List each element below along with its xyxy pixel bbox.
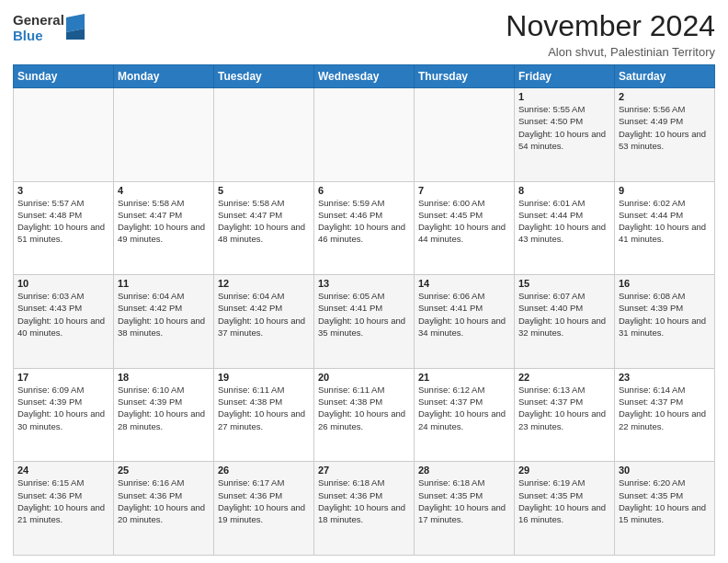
title-section: November 2024 Alon shvut, Palestinian Te… — [506, 9, 715, 59]
table-row — [14, 88, 114, 182]
day-number: 1 — [518, 91, 610, 102]
table-row: 6Sunrise: 5:59 AM Sunset: 4:46 PM Daylig… — [314, 181, 415, 275]
table-row: 25Sunrise: 6:16 AM Sunset: 4:36 PM Dayli… — [114, 462, 214, 556]
day-info: Sunrise: 5:56 AM Sunset: 4:49 PM Dayligh… — [619, 103, 711, 152]
table-row: 11Sunrise: 6:04 AM Sunset: 4:42 PM Dayli… — [114, 275, 214, 369]
day-info: Sunrise: 5:57 AM Sunset: 4:48 PM Dayligh… — [17, 197, 109, 246]
logo-general: General — [13, 13, 64, 29]
header-thursday: Thursday — [415, 65, 515, 88]
calendar: Sunday Monday Tuesday Wednesday Thursday… — [13, 64, 715, 556]
table-row: 21Sunrise: 6:12 AM Sunset: 4:37 PM Dayli… — [415, 368, 515, 462]
day-number: 9 — [619, 185, 711, 196]
day-info: Sunrise: 6:14 AM Sunset: 4:37 PM Dayligh… — [619, 384, 711, 432]
day-number: 24 — [17, 465, 109, 476]
day-info: Sunrise: 6:10 AM Sunset: 4:39 PM Dayligh… — [118, 384, 210, 432]
header-monday: Monday — [114, 65, 214, 88]
table-row: 4Sunrise: 5:58 AM Sunset: 4:47 PM Daylig… — [114, 181, 214, 275]
day-number: 23 — [619, 372, 711, 383]
day-number: 4 — [118, 185, 210, 196]
table-row: 19Sunrise: 6:11 AM Sunset: 4:38 PM Dayli… — [214, 368, 314, 462]
day-info: Sunrise: 6:13 AM Sunset: 4:37 PM Dayligh… — [518, 384, 610, 432]
table-row: 3Sunrise: 5:57 AM Sunset: 4:48 PM Daylig… — [14, 181, 114, 275]
day-number: 30 — [619, 465, 711, 476]
day-number: 7 — [418, 185, 510, 196]
day-number: 28 — [418, 465, 510, 476]
day-info: Sunrise: 6:03 AM Sunset: 4:43 PM Dayligh… — [17, 290, 109, 339]
table-row: 1Sunrise: 5:55 AM Sunset: 4:50 PM Daylig… — [515, 88, 615, 182]
table-row: 16Sunrise: 6:08 AM Sunset: 4:39 PM Dayli… — [615, 275, 715, 369]
logo-text: General Blue — [13, 13, 64, 43]
day-number: 27 — [318, 465, 410, 476]
month-title: November 2024 — [506, 9, 715, 43]
table-row: 7Sunrise: 6:00 AM Sunset: 4:45 PM Daylig… — [415, 181, 515, 275]
header-sunday: Sunday — [14, 65, 114, 88]
day-number: 26 — [218, 465, 310, 476]
table-row: 23Sunrise: 6:14 AM Sunset: 4:37 PM Dayli… — [615, 368, 715, 462]
day-number: 13 — [318, 278, 410, 289]
table-row: 8Sunrise: 6:01 AM Sunset: 4:44 PM Daylig… — [515, 181, 615, 275]
week-row-0: 1Sunrise: 5:55 AM Sunset: 4:50 PM Daylig… — [14, 88, 715, 182]
table-row: 30Sunrise: 6:20 AM Sunset: 4:35 PM Dayli… — [615, 462, 715, 556]
day-number: 17 — [17, 372, 109, 383]
day-info: Sunrise: 6:04 AM Sunset: 4:42 PM Dayligh… — [218, 290, 310, 339]
logo-blue: Blue — [13, 29, 64, 44]
header-saturday: Saturday — [615, 65, 715, 88]
day-info: Sunrise: 6:00 AM Sunset: 4:45 PM Dayligh… — [418, 197, 510, 246]
table-row: 24Sunrise: 6:15 AM Sunset: 4:36 PM Dayli… — [14, 462, 114, 556]
table-row: 12Sunrise: 6:04 AM Sunset: 4:42 PM Dayli… — [214, 275, 314, 369]
day-number: 5 — [218, 185, 310, 196]
header: General Blue November 2024 Alon shvut, P… — [13, 9, 715, 59]
day-number: 3 — [17, 185, 109, 196]
day-info: Sunrise: 6:06 AM Sunset: 4:41 PM Dayligh… — [418, 290, 510, 339]
day-info: Sunrise: 6:12 AM Sunset: 4:37 PM Dayligh… — [418, 384, 510, 432]
day-number: 11 — [118, 278, 210, 289]
day-number: 18 — [118, 372, 210, 383]
day-number: 6 — [318, 185, 410, 196]
table-row: 27Sunrise: 6:18 AM Sunset: 4:36 PM Dayli… — [314, 462, 415, 556]
day-number: 20 — [318, 372, 410, 383]
weekday-header-row: Sunday Monday Tuesday Wednesday Thursday… — [14, 65, 715, 88]
day-number: 16 — [619, 278, 711, 289]
subtitle: Alon shvut, Palestinian Territory — [506, 45, 715, 59]
table-row: 5Sunrise: 5:58 AM Sunset: 4:47 PM Daylig… — [214, 181, 314, 275]
header-friday: Friday — [515, 65, 615, 88]
week-row-4: 24Sunrise: 6:15 AM Sunset: 4:36 PM Dayli… — [14, 462, 715, 556]
table-row: 17Sunrise: 6:09 AM Sunset: 4:39 PM Dayli… — [14, 368, 114, 462]
day-number: 14 — [418, 278, 510, 289]
day-number: 29 — [518, 465, 610, 476]
table-row: 29Sunrise: 6:19 AM Sunset: 4:35 PM Dayli… — [515, 462, 615, 556]
table-row: 18Sunrise: 6:10 AM Sunset: 4:39 PM Dayli… — [114, 368, 214, 462]
header-tuesday: Tuesday — [214, 65, 314, 88]
week-row-3: 17Sunrise: 6:09 AM Sunset: 4:39 PM Dayli… — [14, 368, 715, 462]
day-number: 25 — [118, 465, 210, 476]
day-info: Sunrise: 6:04 AM Sunset: 4:42 PM Dayligh… — [118, 290, 210, 339]
day-info: Sunrise: 6:07 AM Sunset: 4:40 PM Dayligh… — [518, 290, 610, 339]
table-row: 9Sunrise: 6:02 AM Sunset: 4:44 PM Daylig… — [615, 181, 715, 275]
table-row — [214, 88, 314, 182]
day-info: Sunrise: 6:11 AM Sunset: 4:38 PM Dayligh… — [318, 384, 410, 432]
day-info: Sunrise: 6:01 AM Sunset: 4:44 PM Dayligh… — [518, 197, 610, 246]
day-info: Sunrise: 5:59 AM Sunset: 4:46 PM Dayligh… — [318, 197, 410, 246]
table-row: 13Sunrise: 6:05 AM Sunset: 4:41 PM Dayli… — [314, 275, 415, 369]
day-info: Sunrise: 6:09 AM Sunset: 4:39 PM Dayligh… — [17, 384, 109, 432]
day-info: Sunrise: 6:18 AM Sunset: 4:35 PM Dayligh… — [418, 477, 510, 525]
day-number: 2 — [619, 91, 711, 102]
day-info: Sunrise: 6:11 AM Sunset: 4:38 PM Dayligh… — [218, 384, 310, 432]
day-info: Sunrise: 6:08 AM Sunset: 4:39 PM Dayligh… — [619, 290, 711, 339]
day-number: 8 — [518, 185, 610, 196]
table-row: 15Sunrise: 6:07 AM Sunset: 4:40 PM Dayli… — [515, 275, 615, 369]
page: General Blue November 2024 Alon shvut, P… — [0, 0, 728, 563]
day-info: Sunrise: 6:02 AM Sunset: 4:44 PM Dayligh… — [619, 197, 711, 246]
day-info: Sunrise: 6:16 AM Sunset: 4:36 PM Dayligh… — [118, 477, 210, 525]
day-info: Sunrise: 6:20 AM Sunset: 4:35 PM Dayligh… — [619, 477, 711, 525]
day-number: 10 — [17, 278, 109, 289]
logo-icon — [66, 14, 85, 40]
day-info: Sunrise: 5:58 AM Sunset: 4:47 PM Dayligh… — [118, 197, 210, 246]
day-number: 12 — [218, 278, 310, 289]
table-row — [114, 88, 214, 182]
day-info: Sunrise: 6:05 AM Sunset: 4:41 PM Dayligh… — [318, 290, 410, 339]
day-number: 22 — [518, 372, 610, 383]
table-row: 2Sunrise: 5:56 AM Sunset: 4:49 PM Daylig… — [615, 88, 715, 182]
day-info: Sunrise: 6:19 AM Sunset: 4:35 PM Dayligh… — [518, 477, 610, 525]
header-wednesday: Wednesday — [314, 65, 415, 88]
